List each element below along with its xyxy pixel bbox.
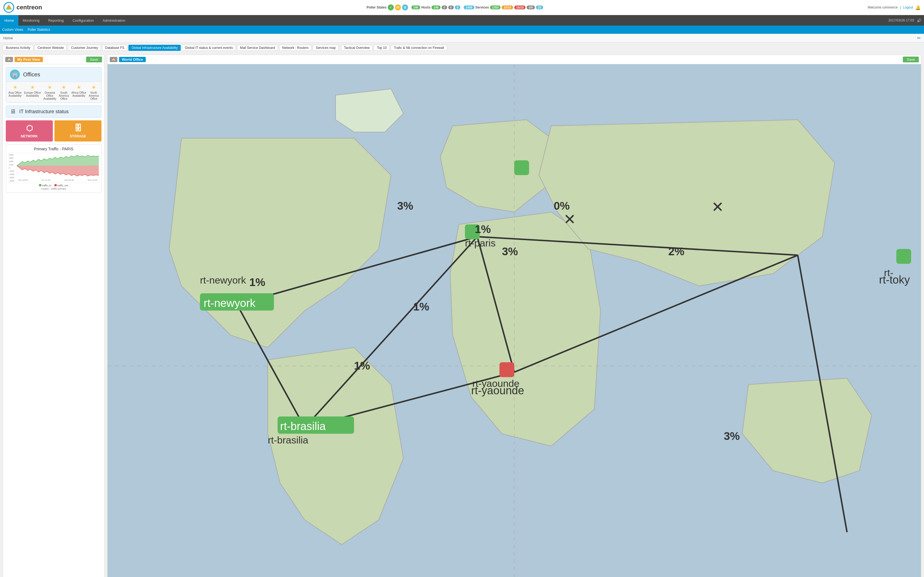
svg-text:rt-newyork: rt-newyork [200,275,246,286]
separator: | [900,5,901,9]
nav-sound-icon[interactable]: 🔊 [917,18,924,23]
svg-text:1%: 1% [413,300,429,313]
hosts-pending-badge: 0 [455,5,460,9]
hosts-unreachable-badge: 0 [448,5,454,9]
panel-left-home-icon[interactable]: 🏠 [5,57,13,62]
offices-building-icon: 🏢 [10,69,20,79]
network-icon: ⬡ [26,124,33,133]
logout-link[interactable]: Logout [903,5,913,9]
panel-right-title: World Office [119,57,146,62]
storage-label: STORAGE [70,134,86,138]
offices-title: Offices [23,71,40,78]
hosts-group: 146 Hosts 146 0 0 0 [411,5,460,9]
panel-right-map-container: ✕ ✕ rt-newyork rt-brasilia rt-yaounde rt… [108,64,921,577]
svg-text:0%: 0% [554,200,570,212]
svg-text:rt-toky: rt-toky [879,273,910,286]
tab-trafic-firewall[interactable]: Trafic & Nb connection on Firewall [391,45,447,51]
poller-states-group: Poller States ✓ ✉ ⊞ [367,5,408,10]
service-box-storage[interactable]: 🗄 STORAGE [55,120,102,142]
sun-icon-north-america: ☀ [91,84,96,91]
panel-right-home-icon[interactable]: 🏠 [110,57,118,62]
tab-top10[interactable]: Top 10 [374,45,390,51]
poller-icon-2: ✉ [395,5,401,10]
world-map-svg: ✕ ✕ rt-newyork rt-brasilia rt-yaounde rt… [108,64,921,577]
nav-configuration[interactable]: Configuration [68,15,98,26]
nav-monitoring[interactable]: Monitoring [18,15,44,26]
sub-nav-custom-views[interactable]: Custom Views [2,28,23,32]
nav-datetime: 2017/03/26 17:03 [888,18,917,22]
hosts-down-badge: 0 [442,5,447,9]
svg-text:rt-: rt- [884,268,893,278]
hosts-label: Hosts [421,5,430,9]
tab-customer-journey[interactable]: Customer Journey [68,45,101,51]
svg-text:✕: ✕ [711,199,724,215]
chart-yaxis: 40M 30M 20M 10M 0 -10M -20M -30M -40M [8,153,17,183]
top-bar: centreon Poller States ✓ ✉ ⊞ 146 Hosts 1… [0,0,924,15]
office-item-europe: ☀ Europe OfficeAvailability [24,84,41,100]
svg-marker-3 [17,166,99,176]
sub-nav-poller-stats[interactable]: Poller Statistics [27,28,50,32]
network-label: NETWORK [21,134,38,138]
service-box-network[interactable]: ⬡ NETWORK [6,120,53,142]
nav-bar: Home Monitoring Reporting Configuration … [0,15,924,26]
svg-text:rt-brasilia: rt-brasilia [268,435,308,446]
tab-database-fs[interactable]: Database FS [102,45,127,51]
nav-administration[interactable]: Administration [98,15,129,26]
panel-right-save-button[interactable]: Save [903,56,919,62]
tab-services-map[interactable]: Services map [313,45,339,51]
offices-items: ☀ Asia OfficeAvailability ☀ Europe Offic… [6,82,101,103]
svg-text:rt-brasilia: rt-brasilia [280,420,326,432]
svg-rect-25 [896,249,911,264]
breadcrumb-edit-icon[interactable]: ✏ [917,35,921,41]
sun-icon-europe: ☀ [30,84,35,91]
office-item-south-america: ☀ SouthAmericaOffice [59,84,69,100]
traffic-block: Primary Traffic - PARIS 40M 30M 20M 10M … [6,144,102,193]
nav-home[interactable]: Home [0,15,18,26]
svg-text:3%: 3% [724,430,740,442]
nav-reporting[interactable]: Reporting [44,15,68,26]
tab-network-routers[interactable]: Network : Routers [279,45,312,51]
chart-legend: traffic_in traffic_out [8,184,99,187]
logo-area: centreon [3,2,42,13]
office-label-africa: Africa OfficeAvailability [71,91,86,97]
tab-tactical-overview[interactable]: Tactical Overview [341,45,373,51]
tab-global-it-status[interactable]: Global IT status & current events [182,45,236,51]
services-warning-badge: 15/15 [502,5,513,9]
services-critical-badge: 15/15 [514,5,526,9]
tab-mail-service[interactable]: Mail Service Dashboard [237,45,278,51]
panel-left-save-button[interactable]: Save [86,56,102,62]
top-right: Welcome commerce | Logout 🔔 [867,5,921,10]
svg-rect-27 [514,160,529,175]
panel-right-header: 🏠 World Office Save [108,55,921,64]
tab-business-activity[interactable]: Business Activity [3,45,33,51]
office-item-africa: ☀ Africa OfficeAvailability [71,84,86,100]
breadcrumb-bar: Home ✏ [0,34,924,43]
tab-centreon-website[interactable]: Centreon Website [34,45,67,51]
services-group: 1408 Services 1353 15/15 15/15 0/0 25 [464,5,543,9]
svg-text:1%: 1% [475,223,491,235]
tab-global-infrastructure[interactable]: Global Infrastructure Availability [128,45,181,51]
logo-icon [3,2,14,13]
offices-header: 🏢 Offices [6,67,101,82]
svg-rect-23 [499,363,514,377]
sub-nav: Custom Views Poller Statistics [0,26,924,34]
office-item-north-america: ☀ NorthAmericaOffice [89,84,99,100]
storage-icon: 🗄 [74,124,82,133]
svg-text:1%: 1% [249,276,265,288]
services-pending-badge: 25 [536,5,543,9]
office-label-north-america: NorthAmericaOffice [89,91,99,100]
dashboard-tabs: Business Activity Centreon Website Custo… [0,43,924,52]
status-bar: Poller States ✓ ✉ ⊞ 146 Hosts 146 0 0 0 … [367,5,543,10]
services-unknown-badge: 0/0 [527,5,535,9]
sun-icon-asia: ☀ [13,84,18,91]
logo-text: centreon [16,4,42,11]
sun-icon-africa: ☀ [76,84,81,91]
svg-marker-2 [17,155,99,166]
sun-icon-oceania: ☀ [47,84,52,91]
office-item-asia: ☀ Asia OfficeAvailability [8,84,22,100]
sun-icon-south-america: ☀ [61,84,66,91]
office-label-south-america: SouthAmericaOffice [59,91,69,100]
service-boxes: ⬡ NETWORK 🗄 STORAGE [6,120,102,142]
panel-left: 🏠 My First View Save 🏢 Offices ☀ Asia Of… [3,55,105,577]
bell-icon[interactable]: 🔔 [915,5,921,10]
